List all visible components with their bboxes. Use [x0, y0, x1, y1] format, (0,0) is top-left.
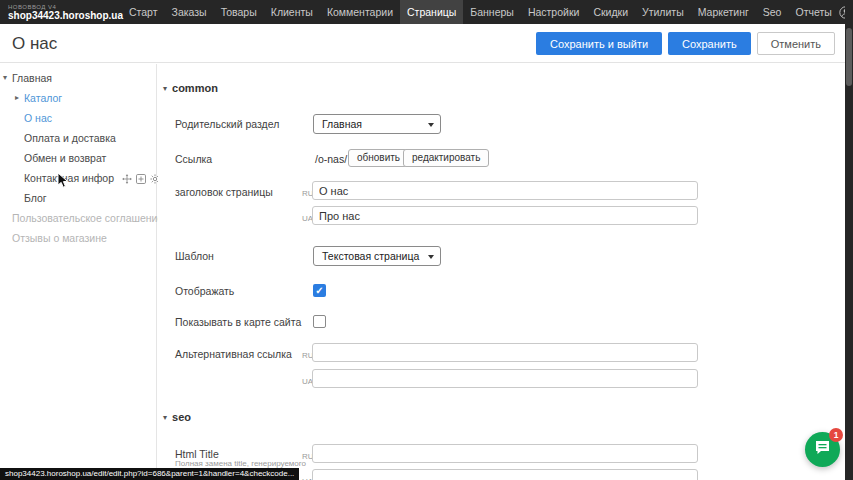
header-buttons: Сохранить и выйти Сохранить Отменить — [536, 32, 835, 55]
expand-caret-icon[interactable]: ▸ — [15, 88, 19, 108]
add-icon[interactable] — [136, 174, 146, 184]
tree-item-label: Каталог — [24, 92, 62, 104]
tree-item-main[interactable]: ▾ Главная — [0, 68, 156, 88]
nav-products[interactable]: Товары — [214, 0, 264, 24]
page-heading-label: заголовок страницы — [175, 186, 273, 198]
nav-seo[interactable]: Seo — [756, 0, 789, 24]
tree-item-contact-info[interactable]: Контактная инфор — [0, 168, 156, 188]
nav-reports[interactable]: Отчеты — [788, 0, 838, 24]
sitemap-label: Показывать в карте сайта — [175, 316, 301, 328]
alt-link-label: Альтернативная ссылка — [175, 348, 292, 360]
tree-item-label: Главная — [12, 72, 52, 84]
nav-pages[interactable]: Страницы — [400, 0, 463, 24]
tree-item-label: Блог — [24, 192, 47, 204]
section-collapse-icon: ▾ — [163, 84, 167, 93]
chat-unread-badge: 1 — [829, 428, 843, 442]
section-title: seo — [172, 411, 191, 423]
tree-item-about-selected[interactable]: О нас — [0, 108, 156, 128]
page-heading-ua-input[interactable] — [312, 206, 698, 225]
parent-section-select[interactable]: Главная — [313, 114, 441, 134]
template-label: Шаблон — [175, 250, 214, 262]
alt-link-ua-input[interactable] — [312, 369, 698, 388]
tree-item-label: Оплата и доставка — [24, 132, 116, 144]
tree-item-label: Отзывы о магазине — [12, 232, 107, 244]
tree-item-store-reviews[interactable]: Отзывы о магазине — [0, 228, 156, 248]
display-checkbox[interactable]: ✓ — [313, 284, 326, 297]
tree-item-user-agreement[interactable]: Пользовательское соглашение — [0, 208, 156, 228]
cancel-button[interactable]: Отменить — [757, 32, 835, 55]
vertical-scrollbar[interactable] — [845, 0, 853, 480]
pages-tree-sidebar: ▾ Главная ▸ Каталог О нас Оплата и доста… — [0, 64, 157, 480]
nav-orders[interactable]: Заказы — [165, 0, 214, 24]
template-select[interactable]: Текстовая страница — [313, 246, 441, 266]
move-icon[interactable] — [122, 174, 132, 184]
topbar: НОВОВВОД V4 shop34423.horoshop.ua Старт … — [0, 0, 853, 24]
collapse-caret-icon[interactable]: ▾ — [3, 68, 7, 88]
page-edit-form: ▾ common Родительский раздел Главная Ссы… — [158, 64, 845, 480]
section-common[interactable]: ▾ common — [163, 82, 218, 94]
tree-item-label: О нас — [24, 112, 52, 124]
nav-clients[interactable]: Клиенты — [264, 0, 320, 24]
tree-item-label: Пользовательское соглашение — [12, 212, 163, 224]
save-button[interactable]: Сохранить — [668, 32, 751, 55]
tree-item-label: Обмен и возврат — [24, 152, 106, 164]
section-seo[interactable]: ▾ seo — [163, 411, 191, 423]
nav-comments[interactable]: Комментарии — [320, 0, 400, 24]
html-title-ua-input[interactable] — [312, 469, 698, 480]
main-nav: Старт Заказы Товары Клиенты Комментарии … — [122, 0, 839, 24]
display-label: Отображать — [175, 285, 234, 297]
page-heading-ru-input[interactable] — [312, 181, 698, 200]
nav-utilities[interactable]: Утилиты — [635, 0, 691, 24]
chat-widget-button[interactable]: 1 — [805, 432, 840, 467]
scrollbar-thumb[interactable] — [846, 28, 852, 86]
link-value: /o-nas/ — [315, 153, 347, 165]
parent-section-label: Родительский раздел — [175, 118, 279, 130]
edit-link-button[interactable]: редактировать — [403, 149, 489, 167]
brand-version: НОВОВВОД V4 — [8, 4, 122, 10]
html-title-ru-input[interactable] — [312, 444, 698, 463]
nav-banners[interactable]: Баннеры — [463, 0, 521, 24]
status-bar-url: shop34423.horoshop.ua/edit/edit.php?id=6… — [0, 468, 299, 480]
page-title: О нас — [12, 34, 57, 54]
alt-link-ru-input[interactable] — [312, 343, 698, 362]
nav-settings[interactable]: Настройки — [521, 0, 587, 24]
nav-marketing[interactable]: Маркетинг — [691, 0, 756, 24]
tree-item-exchange-return[interactable]: Обмен и возврат — [0, 148, 156, 168]
brand-domain: shop34423.horoshop.ua — [8, 11, 122, 21]
sitemap-checkbox[interactable] — [313, 315, 326, 328]
link-label: Ссылка — [175, 153, 212, 165]
nav-start[interactable]: Старт — [122, 0, 165, 24]
tree-item-blog[interactable]: Блог — [0, 188, 156, 208]
section-collapse-icon: ▾ — [163, 413, 167, 422]
page-header: О нас Сохранить и выйти Сохранить Отмени… — [0, 24, 845, 63]
nav-discounts[interactable]: Скидки — [586, 0, 635, 24]
tree-item-catalog[interactable]: ▸ Каталог — [0, 88, 156, 108]
section-title: common — [172, 82, 218, 94]
tree-item-payment-delivery[interactable]: Оплата и доставка — [0, 128, 156, 148]
chat-icon — [814, 439, 831, 460]
save-and-exit-button[interactable]: Сохранить и выйти — [536, 32, 662, 55]
mouse-cursor — [57, 172, 70, 193]
brand[interactable]: НОВОВВОД V4 shop34423.horoshop.ua — [0, 4, 122, 21]
update-link-button[interactable]: обновить — [348, 149, 409, 167]
